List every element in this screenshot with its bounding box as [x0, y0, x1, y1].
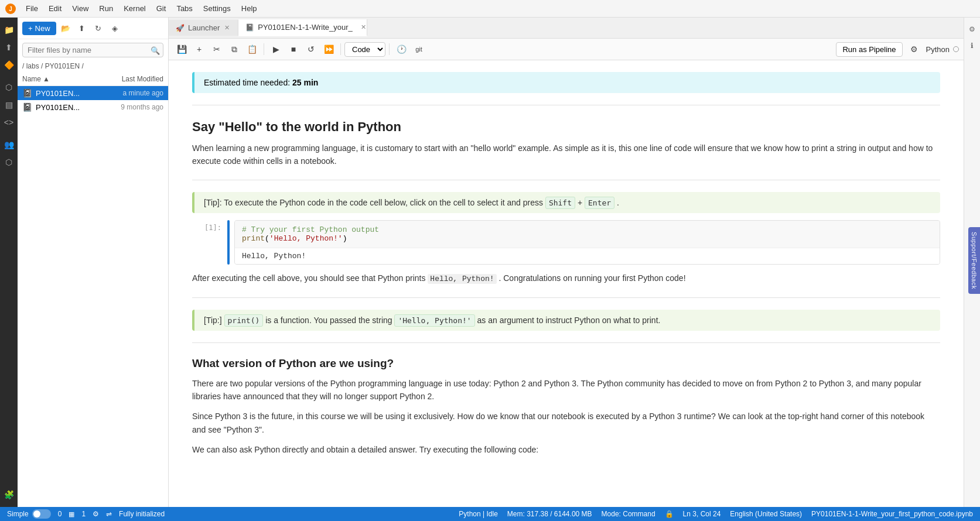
new-button[interactable]: + New [22, 22, 56, 35]
settings-button[interactable]: ⚙ [906, 41, 923, 57]
status-right: Python | Idle Mem: 317.38 / 6144.00 MB M… [459, 510, 973, 518]
tab-label: Launcher [188, 23, 220, 32]
kernel-status: Python | Idle [459, 510, 498, 518]
cut-button[interactable]: ✂ [209, 41, 225, 57]
info-banner: Estimated time needed: 25 min [192, 72, 940, 93]
security-icon: 🔒 [665, 510, 674, 518]
menu-edit[interactable]: Edit [44, 3, 66, 14]
key-shift: Shift [545, 197, 575, 209]
save-button[interactable]: 💾 [173, 41, 190, 57]
new-label: New [35, 24, 50, 33]
file-panel: + New 📂 ⬆ ↻ ◈ 🔍 / labs / PY0101EN / Name… [18, 18, 169, 507]
sort-icon: ▲ [43, 75, 50, 83]
column-modified[interactable]: Last Modified [99, 75, 163, 83]
kernel-label: Python [926, 45, 950, 54]
tab-launcher[interactable]: 🚀 Launcher ✕ [169, 20, 238, 36]
file-date: 9 months ago [121, 103, 163, 111]
menu-git[interactable]: Git [152, 3, 171, 14]
copy-button[interactable]: ⧉ [226, 41, 243, 57]
initialized-status: Fully initialized [119, 510, 165, 518]
language-status: English (United States) [730, 510, 802, 518]
section-title-hello: Say "Hello" to the world in Python [192, 119, 940, 135]
toolbar-separator [264, 43, 264, 55]
tip2-suffix: as an argument to instruct Python on wha… [477, 316, 661, 325]
sidebar-files-icon[interactable]: 📁 [1, 22, 16, 37]
right-sidebar-icon[interactable]: ⚙ [965, 22, 979, 36]
sidebar-blocks-icon[interactable]: ⬡ [1, 155, 16, 170]
run-button[interactable]: ▶ [268, 41, 284, 57]
notebook-content[interactable]: Estimated time needed: 25 min Say "Hello… [169, 60, 964, 507]
app-logo: J [5, 3, 16, 15]
refresh-icon[interactable]: ↻ [91, 21, 105, 35]
menu-help[interactable]: Help [237, 3, 262, 14]
search-bar: 🔍 [18, 39, 168, 61]
menu-kernel[interactable]: Kernel [119, 3, 151, 14]
cell-active-indicator [227, 220, 230, 265]
menu-view[interactable]: View [67, 3, 93, 14]
prose-ask: We can also ask Python directly and obta… [192, 443, 940, 456]
support-feedback-tab[interactable]: Support/Feedback [968, 227, 980, 294]
file-item[interactable]: 📓 PY0101EN... 9 months ago [18, 100, 168, 114]
key-enter: Enter [585, 197, 614, 209]
breadcrumb: / labs / PY0101EN / [18, 61, 168, 73]
paste-button[interactable]: 📋 [244, 41, 260, 57]
tip-box-print: [Tip:] print() is a function. You passed… [192, 310, 940, 331]
cell-output: Hello, Python! [235, 248, 940, 264]
tip2-prefix: [Tip:] [204, 316, 224, 325]
divider [192, 180, 940, 180]
prose-intro: When learning a new programming language… [192, 142, 940, 168]
notebook-tab-icon: 📓 [245, 23, 254, 32]
tab-bar: 🚀 Launcher ✕ 📓 PY0101EN-1-1-Write_your_ … [169, 18, 964, 39]
tab-close-button[interactable]: ✕ [360, 23, 367, 31]
tip2-middle: is a function. You passed the string [265, 316, 394, 325]
column-name[interactable]: Name ▲ [22, 75, 99, 83]
cell-input[interactable]: # Try your first Python output print('He… [235, 221, 940, 248]
run-pipeline-button[interactable]: Run as Pipeline [836, 42, 902, 57]
restart-button[interactable]: ↺ [303, 41, 319, 57]
divider [192, 105, 940, 105]
add-cell-button[interactable]: + [191, 41, 207, 57]
cell-counter-icon: ▦ [69, 510, 74, 518]
sidebar-table-icon[interactable]: ▤ [1, 97, 16, 112]
menu-settings[interactable]: Settings [199, 3, 235, 14]
sidebar-users-icon[interactable]: 👥 [1, 137, 16, 152]
arrows-icon: ⇌ [106, 510, 112, 518]
git-panel-icon[interactable]: ◈ [108, 21, 122, 35]
tab-label: PY0101EN-1-1-Write_your_ [258, 23, 353, 32]
settings-icon: ⚙ [93, 510, 99, 518]
cell-type-select[interactable]: Code [344, 42, 385, 57]
cell-body[interactable]: # Try your first Python output print('He… [234, 220, 940, 265]
upload-file-icon[interactable]: ⬆ [75, 21, 89, 35]
time-icon-button[interactable]: 🕐 [393, 41, 409, 57]
tip-box-shift-enter: [Tip]: To execute the Python code in the… [192, 192, 940, 213]
git-toolbar-button[interactable]: git [411, 41, 427, 57]
toggle-thumb [33, 510, 40, 517]
tip2-code: print() [224, 314, 264, 327]
menu-run[interactable]: Run [94, 3, 118, 14]
search-input[interactable] [22, 43, 163, 57]
sidebar-code-icon[interactable]: <> [1, 115, 16, 130]
cell-prompt: [1]: [192, 220, 227, 265]
tab-notebook[interactable]: 📓 PY0101EN-1-1-Write_your_ ✕ [238, 19, 367, 36]
command-mode: Mode: Command [602, 510, 655, 518]
notebook-toolbar: 💾 + ✂ ⧉ 📋 ▶ ■ ↺ ⏩ Code 🕐 git Run as Pipe… [169, 39, 964, 60]
sidebar-extensions-icon[interactable]: ⬡ [1, 80, 16, 95]
fast-forward-button[interactable]: ⏩ [320, 41, 337, 57]
cell-count: 0 [58, 510, 62, 518]
code-cell-1[interactable]: [1]: # Try your first Python output prin… [192, 220, 940, 265]
sidebar-puzzle-icon[interactable]: 🧩 [1, 487, 16, 502]
tab-close-button[interactable]: ✕ [223, 24, 231, 32]
tip2-str: 'Hello, Python!' [394, 314, 474, 327]
menu-file[interactable]: File [21, 3, 43, 14]
toggle-track[interactable] [32, 509, 51, 519]
menu-tabs[interactable]: Tabs [172, 3, 197, 14]
sidebar-upload-icon[interactable]: ⬆ [1, 40, 16, 55]
right-sidebar-icon2[interactable]: ℹ [965, 39, 979, 53]
divider [192, 297, 940, 298]
file-item[interactable]: 📓 PY0101EN... a minute ago [18, 86, 168, 100]
sidebar-git-icon[interactable]: 🔶 [1, 57, 16, 73]
stop-button[interactable]: ■ [285, 41, 302, 57]
filename-status: PY0101EN-1-1-Write_your_first_python_cod… [811, 510, 973, 518]
plus-icon: + [28, 24, 33, 33]
folder-open-icon[interactable]: 📂 [59, 21, 73, 35]
